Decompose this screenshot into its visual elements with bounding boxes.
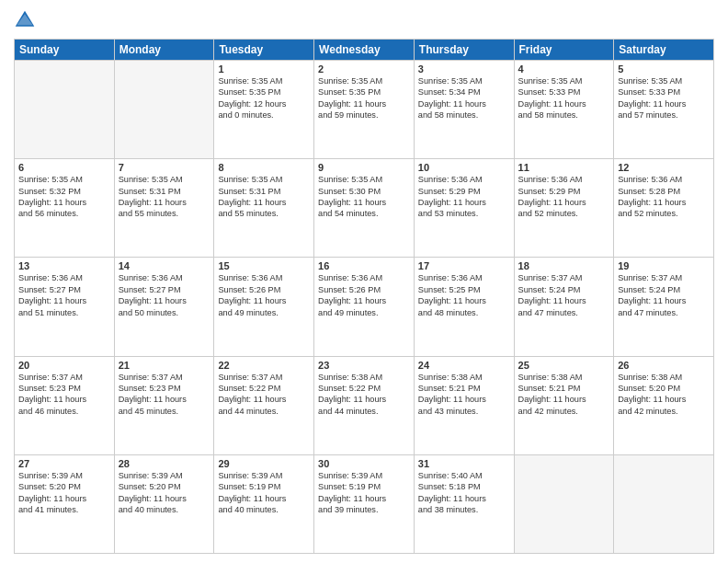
calendar-cell: 13Sunrise: 5:36 AM Sunset: 5:27 PM Dayli… (15, 258, 115, 356)
calendar-cell: 31Sunrise: 5:40 AM Sunset: 5:18 PM Dayli… (414, 454, 514, 553)
day-number: 2 (318, 63, 410, 75)
calendar-cell: 5Sunrise: 5:35 AM Sunset: 5:33 PM Daylig… (614, 61, 714, 159)
week-row-3: 13Sunrise: 5:36 AM Sunset: 5:27 PM Dayli… (15, 258, 714, 356)
weekday-header-row: SundayMondayTuesdayWednesdayThursdayFrid… (15, 40, 714, 61)
day-info: Sunrise: 5:39 AM Sunset: 5:20 PM Dayligh… (119, 470, 210, 516)
day-info: Sunrise: 5:37 AM Sunset: 5:23 PM Dayligh… (119, 372, 210, 418)
calendar-table: SundayMondayTuesdayWednesdayThursdayFrid… (14, 39, 714, 554)
calendar-cell: 4Sunrise: 5:35 AM Sunset: 5:33 PM Daylig… (514, 61, 614, 159)
weekday-header-friday: Friday (514, 40, 614, 61)
day-info: Sunrise: 5:35 AM Sunset: 5:33 PM Dayligh… (518, 75, 610, 121)
calendar-cell: 18Sunrise: 5:37 AM Sunset: 5:24 PM Dayli… (514, 258, 614, 356)
calendar-cell (514, 454, 614, 553)
day-number: 25 (518, 360, 610, 371)
day-number: 31 (418, 458, 510, 469)
day-number: 19 (618, 260, 710, 271)
week-row-5: 27Sunrise: 5:39 AM Sunset: 5:20 PM Dayli… (15, 454, 714, 553)
day-info: Sunrise: 5:36 AM Sunset: 5:27 PM Dayligh… (18, 272, 110, 318)
day-info: Sunrise: 5:36 AM Sunset: 5:26 PM Dayligh… (218, 272, 310, 318)
calendar-cell: 20Sunrise: 5:37 AM Sunset: 5:23 PM Dayli… (15, 356, 115, 454)
day-number: 22 (218, 360, 310, 371)
day-number: 1 (218, 63, 310, 75)
day-number: 13 (18, 260, 110, 271)
day-number: 29 (218, 458, 310, 469)
day-info: Sunrise: 5:36 AM Sunset: 5:29 PM Dayligh… (518, 174, 610, 220)
calendar-cell: 23Sunrise: 5:38 AM Sunset: 5:22 PM Dayli… (314, 356, 415, 454)
day-number: 12 (618, 162, 710, 173)
calendar-cell: 11Sunrise: 5:36 AM Sunset: 5:29 PM Dayli… (514, 159, 614, 258)
day-info: Sunrise: 5:38 AM Sunset: 5:21 PM Dayligh… (418, 372, 510, 418)
day-info: Sunrise: 5:38 AM Sunset: 5:20 PM Dayligh… (618, 372, 710, 418)
day-info: Sunrise: 5:35 AM Sunset: 5:35 PM Dayligh… (218, 75, 310, 121)
day-info: Sunrise: 5:38 AM Sunset: 5:21 PM Dayligh… (518, 372, 610, 418)
day-info: Sunrise: 5:39 AM Sunset: 5:19 PM Dayligh… (318, 470, 410, 516)
day-number: 24 (418, 360, 510, 371)
calendar-cell: 16Sunrise: 5:36 AM Sunset: 5:26 PM Dayli… (314, 258, 415, 356)
day-number: 5 (618, 63, 710, 75)
calendar-cell (15, 61, 115, 159)
day-info: Sunrise: 5:36 AM Sunset: 5:27 PM Dayligh… (119, 272, 210, 318)
day-number: 26 (618, 360, 710, 371)
week-row-4: 20Sunrise: 5:37 AM Sunset: 5:23 PM Dayli… (15, 356, 714, 454)
day-number: 20 (18, 360, 110, 371)
day-info: Sunrise: 5:39 AM Sunset: 5:19 PM Dayligh… (218, 470, 310, 516)
calendar-cell: 19Sunrise: 5:37 AM Sunset: 5:24 PM Dayli… (614, 258, 714, 356)
calendar-cell: 6Sunrise: 5:35 AM Sunset: 5:32 PM Daylig… (15, 159, 115, 258)
day-info: Sunrise: 5:37 AM Sunset: 5:24 PM Dayligh… (618, 272, 710, 318)
day-number: 11 (518, 162, 610, 173)
day-number: 18 (518, 260, 610, 271)
calendar-cell: 1Sunrise: 5:35 AM Sunset: 5:35 PM Daylig… (214, 61, 314, 159)
day-info: Sunrise: 5:37 AM Sunset: 5:22 PM Dayligh… (218, 372, 310, 418)
day-info: Sunrise: 5:35 AM Sunset: 5:33 PM Dayligh… (618, 75, 710, 121)
day-number: 14 (119, 260, 210, 271)
logo-icon (14, 9, 36, 31)
day-number: 16 (318, 260, 410, 271)
calendar-cell: 30Sunrise: 5:39 AM Sunset: 5:19 PM Dayli… (314, 454, 415, 553)
day-info: Sunrise: 5:35 AM Sunset: 5:32 PM Dayligh… (18, 174, 110, 220)
calendar-cell: 10Sunrise: 5:36 AM Sunset: 5:29 PM Dayli… (414, 159, 514, 258)
calendar-cell: 3Sunrise: 5:35 AM Sunset: 5:34 PM Daylig… (414, 61, 514, 159)
day-number: 4 (518, 63, 610, 75)
calendar-cell: 15Sunrise: 5:36 AM Sunset: 5:26 PM Dayli… (214, 258, 314, 356)
day-number: 30 (318, 458, 410, 469)
calendar-cell: 12Sunrise: 5:36 AM Sunset: 5:28 PM Dayli… (614, 159, 714, 258)
day-number: 28 (119, 458, 210, 469)
day-info: Sunrise: 5:37 AM Sunset: 5:23 PM Dayligh… (18, 372, 110, 418)
day-info: Sunrise: 5:35 AM Sunset: 5:30 PM Dayligh… (318, 174, 410, 220)
svg-marker-1 (17, 14, 32, 25)
calendar-cell: 7Sunrise: 5:35 AM Sunset: 5:31 PM Daylig… (114, 159, 214, 258)
calendar-cell: 29Sunrise: 5:39 AM Sunset: 5:19 PM Dayli… (214, 454, 314, 553)
logo (14, 9, 40, 31)
calendar-cell: 14Sunrise: 5:36 AM Sunset: 5:27 PM Dayli… (114, 258, 214, 356)
calendar-cell: 9Sunrise: 5:35 AM Sunset: 5:30 PM Daylig… (314, 159, 415, 258)
week-row-1: 1Sunrise: 5:35 AM Sunset: 5:35 PM Daylig… (15, 61, 714, 159)
day-number: 23 (318, 360, 410, 371)
calendar-cell: 25Sunrise: 5:38 AM Sunset: 5:21 PM Dayli… (514, 356, 614, 454)
calendar-cell: 17Sunrise: 5:36 AM Sunset: 5:25 PM Dayli… (414, 258, 514, 356)
day-number: 8 (218, 162, 310, 173)
calendar-cell: 28Sunrise: 5:39 AM Sunset: 5:20 PM Dayli… (114, 454, 214, 553)
day-number: 27 (18, 458, 110, 469)
day-info: Sunrise: 5:36 AM Sunset: 5:29 PM Dayligh… (418, 174, 510, 220)
weekday-header-thursday: Thursday (414, 40, 514, 61)
day-number: 9 (318, 162, 410, 173)
weekday-header-tuesday: Tuesday (214, 40, 314, 61)
calendar-cell: 22Sunrise: 5:37 AM Sunset: 5:22 PM Dayli… (214, 356, 314, 454)
day-info: Sunrise: 5:36 AM Sunset: 5:26 PM Dayligh… (318, 272, 410, 318)
calendar-cell: 21Sunrise: 5:37 AM Sunset: 5:23 PM Dayli… (114, 356, 214, 454)
calendar-cell: 8Sunrise: 5:35 AM Sunset: 5:31 PM Daylig… (214, 159, 314, 258)
weekday-header-wednesday: Wednesday (314, 40, 415, 61)
calendar-cell: 24Sunrise: 5:38 AM Sunset: 5:21 PM Dayli… (414, 356, 514, 454)
weekday-header-monday: Monday (114, 40, 214, 61)
day-number: 21 (119, 360, 210, 371)
day-number: 6 (18, 162, 110, 173)
day-number: 15 (218, 260, 310, 271)
day-info: Sunrise: 5:35 AM Sunset: 5:34 PM Dayligh… (418, 75, 510, 121)
day-info: Sunrise: 5:40 AM Sunset: 5:18 PM Dayligh… (418, 470, 510, 516)
calendar-cell: 26Sunrise: 5:38 AM Sunset: 5:20 PM Dayli… (614, 356, 714, 454)
weekday-header-sunday: Sunday (15, 40, 115, 61)
day-info: Sunrise: 5:35 AM Sunset: 5:35 PM Dayligh… (318, 75, 410, 121)
page: SundayMondayTuesdayWednesdayThursdayFrid… (0, 0, 728, 563)
calendar-cell (614, 454, 714, 553)
day-info: Sunrise: 5:38 AM Sunset: 5:22 PM Dayligh… (318, 372, 410, 418)
